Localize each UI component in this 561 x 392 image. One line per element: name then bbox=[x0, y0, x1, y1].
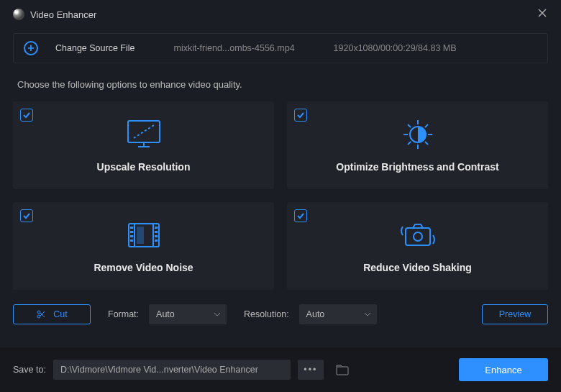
titlebar: Video Enhancer bbox=[0, 0, 561, 27]
close-button[interactable] bbox=[537, 7, 548, 22]
filmstrip-icon bbox=[126, 219, 162, 252]
checkbox-shaking[interactable] bbox=[294, 209, 307, 222]
svg-point-27 bbox=[37, 311, 40, 314]
preview-button[interactable]: Preview bbox=[482, 304, 548, 324]
source-filename: mixkit-friend...ombs-4556.mp4 bbox=[173, 43, 294, 53]
close-icon bbox=[537, 7, 548, 19]
monitor-icon bbox=[124, 118, 164, 151]
folder-icon bbox=[336, 364, 349, 375]
svg-line-11 bbox=[425, 124, 428, 127]
svg-rect-25 bbox=[406, 228, 430, 245]
svg-rect-17 bbox=[130, 231, 133, 233]
checkbox-upscale[interactable] bbox=[20, 109, 33, 122]
option-label: Reduce Video Shaking bbox=[363, 262, 472, 273]
svg-point-28 bbox=[37, 315, 40, 318]
svg-rect-31 bbox=[337, 367, 348, 375]
format-label: Format: bbox=[108, 309, 139, 319]
option-remove-noise[interactable]: Remove Video Noise bbox=[13, 202, 274, 290]
checkbox-noise[interactable] bbox=[20, 209, 33, 222]
options-grid: Upscale Resolution Optimize Brightness a… bbox=[13, 101, 548, 290]
plus-icon[interactable]: + bbox=[24, 41, 38, 55]
svg-rect-0 bbox=[128, 121, 160, 142]
enhance-label: Enhance bbox=[485, 365, 521, 375]
saveto-label: Save to: bbox=[13, 365, 46, 375]
option-label: Upscale Resolution bbox=[97, 161, 191, 173]
resolution-value: Auto bbox=[306, 309, 325, 319]
option-upscale-resolution[interactable]: Upscale Resolution bbox=[13, 101, 274, 189]
cut-label: Cut bbox=[53, 309, 67, 319]
svg-rect-16 bbox=[130, 227, 133, 229]
cut-button[interactable]: Cut bbox=[13, 304, 91, 324]
svg-rect-20 bbox=[155, 227, 158, 229]
source-row: + Change Source File mixkit-friend...omb… bbox=[13, 33, 548, 63]
preview-label: Preview bbox=[499, 309, 531, 319]
controls-row: Cut Format: Auto Resolution: Auto Previe… bbox=[13, 304, 548, 324]
format-value: Auto bbox=[156, 309, 175, 319]
source-info: 1920x1080/00:00:29/84.83 MB bbox=[334, 43, 457, 53]
enhance-button[interactable]: Enhance bbox=[459, 358, 548, 381]
chevron-down-icon bbox=[364, 312, 371, 316]
palette-icon bbox=[13, 9, 24, 20]
svg-line-9 bbox=[408, 124, 411, 127]
svg-rect-22 bbox=[155, 235, 158, 237]
format-dropdown[interactable]: Auto bbox=[149, 304, 227, 324]
option-label: Optimize Brightness and Contrast bbox=[336, 161, 498, 173]
check-icon bbox=[296, 111, 305, 119]
check-icon bbox=[22, 211, 31, 220]
save-path-field[interactable]: D:\Vidmore\Vidmore Vid...nverter\Video E… bbox=[53, 360, 291, 380]
titlebar-left: Video Enhancer bbox=[13, 9, 96, 20]
svg-rect-21 bbox=[155, 231, 158, 233]
change-source-link[interactable]: Change Source File bbox=[55, 43, 134, 53]
svg-rect-23 bbox=[155, 240, 158, 242]
check-icon bbox=[296, 211, 305, 220]
svg-line-10 bbox=[425, 142, 428, 145]
instruction-text: Choose the following options to enhance … bbox=[17, 79, 544, 90]
camera-shake-icon bbox=[398, 219, 437, 252]
svg-rect-19 bbox=[130, 240, 133, 242]
browse-button[interactable]: ••• bbox=[298, 360, 324, 380]
checkbox-brightness[interactable] bbox=[294, 109, 307, 122]
scissors-icon bbox=[36, 309, 46, 319]
option-label: Remove Video Noise bbox=[94, 262, 193, 273]
footer: Save to: D:\Vidmore\Vidmore Vid...nverte… bbox=[0, 347, 561, 392]
save-path-text: D:\Vidmore\Vidmore Vid...nverter\Video E… bbox=[60, 365, 258, 375]
resolution-label: Resolution: bbox=[244, 309, 289, 319]
svg-rect-18 bbox=[130, 235, 133, 237]
open-folder-button[interactable] bbox=[331, 360, 354, 380]
svg-line-1 bbox=[134, 125, 154, 138]
chevron-down-icon bbox=[214, 312, 221, 316]
svg-point-26 bbox=[414, 232, 422, 241]
option-reduce-shaking[interactable]: Reduce Video Shaking bbox=[287, 202, 548, 290]
check-icon bbox=[22, 111, 31, 119]
option-optimize-brightness[interactable]: Optimize Brightness and Contrast bbox=[287, 101, 548, 189]
resolution-dropdown[interactable]: Auto bbox=[299, 304, 377, 324]
svg-rect-24 bbox=[137, 227, 144, 244]
svg-line-12 bbox=[408, 142, 411, 145]
dots-icon: ••• bbox=[304, 365, 317, 375]
brightness-icon bbox=[401, 118, 434, 151]
window-title: Video Enhancer bbox=[30, 9, 96, 20]
